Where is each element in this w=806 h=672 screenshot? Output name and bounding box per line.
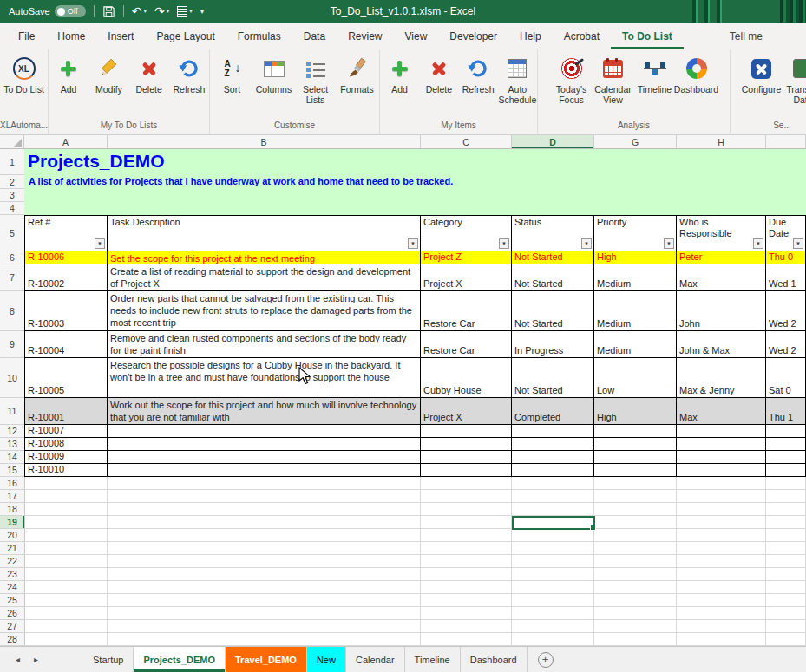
cell-H27[interactable] — [677, 620, 766, 633]
row-header-1[interactable]: 1 — [0, 149, 24, 175]
cell-D12[interactable] — [512, 425, 594, 438]
cell-D9[interactable]: In Progress — [512, 331, 594, 358]
cell-I15[interactable] — [766, 464, 806, 477]
cell-I18[interactable] — [766, 503, 806, 516]
cell-D27[interactable] — [512, 620, 594, 633]
cell-A7[interactable]: R-10002 — [24, 264, 108, 291]
cell-C19[interactable] — [421, 516, 512, 529]
ribbon-button-timeline[interactable]: Timeline — [634, 54, 676, 95]
cell-B6[interactable]: Set the scope for this project at the ne… — [108, 251, 421, 264]
ribbon-button-refresh[interactable]: Refresh — [169, 54, 209, 95]
row-header-14[interactable]: 14 — [0, 451, 24, 464]
cell-G8[interactable]: Medium — [594, 291, 677, 331]
autosave-switch[interactable]: Off — [55, 5, 86, 17]
row-header-11[interactable]: 11 — [0, 398, 24, 425]
column-header-C[interactable]: C — [421, 135, 512, 148]
ribbon-tab-developer[interactable]: Developer — [438, 23, 508, 49]
cell-H23[interactable] — [677, 568, 766, 581]
cell-H6[interactable]: Peter — [677, 251, 766, 264]
row-header-19[interactable]: 19 — [0, 516, 24, 529]
sheet-tab-timeline[interactable]: Timeline — [405, 647, 461, 672]
ribbon-button-modify[interactable]: Modify — [88, 54, 128, 95]
column-header-H[interactable]: H — [677, 135, 766, 148]
cell-D24[interactable] — [512, 581, 594, 594]
cell-C25[interactable] — [421, 594, 512, 607]
cell-A18[interactable] — [24, 503, 108, 516]
ribbon-button-to-do-list[interactable]: To Do List — [2, 54, 47, 95]
cell-A11[interactable]: R-10001 — [24, 398, 108, 425]
cell-B16[interactable] — [108, 477, 421, 490]
cell-C24[interactable] — [421, 581, 512, 594]
row-header-6[interactable]: 6 — [0, 251, 24, 264]
row-header-4[interactable]: 4 — [0, 202, 24, 215]
ribbon-tab-tell-me[interactable]: Tell me — [718, 23, 774, 49]
cell-A15[interactable]: R-10010 — [24, 464, 108, 477]
ribbon-tab-help[interactable]: Help — [508, 23, 553, 49]
cell-A9[interactable]: R-10004 — [24, 331, 108, 358]
cell-G7[interactable]: Medium — [594, 264, 677, 291]
column-header-G[interactable]: G — [594, 135, 677, 148]
cell-I23[interactable] — [766, 568, 806, 581]
cell-H19[interactable] — [677, 516, 766, 529]
filter-button-category[interactable] — [499, 238, 509, 249]
cell-A8[interactable]: R-10003 — [24, 291, 108, 331]
row-header-9[interactable]: 9 — [0, 331, 24, 358]
cell-G22[interactable] — [594, 555, 677, 568]
cell-C22[interactable] — [421, 555, 512, 568]
ribbon-button-today-s-focus[interactable]: Today's Focus — [551, 54, 593, 105]
cell-G10[interactable]: Low — [594, 358, 677, 398]
filter-button-priority[interactable] — [664, 238, 674, 249]
cell-D7[interactable]: Not Started — [512, 264, 594, 291]
cell-H26[interactable] — [677, 607, 766, 620]
cell-A24[interactable] — [24, 581, 108, 594]
row-header-2[interactable]: 2 — [0, 175, 24, 189]
filter-button-task-description[interactable] — [408, 238, 418, 249]
cell-C8[interactable]: Restore Car — [421, 291, 512, 331]
cell-H10[interactable]: Max & Jenny — [677, 358, 766, 398]
row-header-15[interactable]: 15 — [0, 464, 24, 477]
cell-D14[interactable] — [512, 451, 594, 464]
cell-G13[interactable] — [594, 438, 677, 451]
ribbon-button-delete[interactable]: Delete — [129, 54, 169, 95]
customize-qat-button[interactable] — [177, 6, 193, 17]
ribbon-button-configure[interactable]: Configure — [741, 54, 783, 95]
cell-G21[interactable] — [594, 542, 677, 555]
ribbon-tab-page-layout[interactable]: Page Layout — [145, 23, 226, 49]
cell-G18[interactable] — [594, 503, 677, 516]
autosave-toggle[interactable]: AutoSave Off — [9, 5, 86, 17]
new-sheet-button[interactable] — [538, 652, 554, 668]
cell-H18[interactable] — [677, 503, 766, 516]
cell-A26[interactable] — [24, 607, 108, 620]
cell-G23[interactable] — [594, 568, 677, 581]
cell-D8[interactable]: Not Started — [512, 291, 594, 331]
cell-H9[interactable]: John & Max — [677, 331, 766, 358]
cell-D16[interactable] — [512, 477, 594, 490]
cell-B28[interactable] — [108, 633, 421, 646]
cell-C26[interactable] — [421, 607, 512, 620]
cell-I16[interactable] — [766, 477, 806, 490]
cell-C6[interactable]: Project Z — [421, 251, 512, 264]
cell-G19[interactable] — [594, 516, 677, 529]
cell-C16[interactable] — [421, 477, 512, 490]
cell-D13[interactable] — [512, 438, 594, 451]
cell-G26[interactable] — [594, 607, 677, 620]
row-header-27[interactable]: 27 — [0, 620, 24, 633]
row-header-26[interactable]: 26 — [0, 607, 24, 620]
cell-B8[interactable]: Order new parts that cannot be salvaged … — [108, 291, 421, 331]
cell-I27[interactable] — [766, 620, 806, 633]
cell-I26[interactable] — [766, 607, 806, 620]
redo-button[interactable] — [154, 5, 169, 17]
cell-C9[interactable]: Restore Car — [421, 331, 512, 358]
row-header-8[interactable]: 8 — [0, 291, 24, 331]
ribbon-tab-acrobat[interactable]: Acrobat — [553, 23, 611, 49]
sheet-tab-dashboard[interactable]: Dashboard — [461, 647, 528, 672]
cell-D11[interactable]: Completed — [512, 398, 594, 425]
banner-row[interactable] — [24, 202, 806, 215]
row-header-7[interactable]: 7 — [0, 264, 24, 291]
cell-G15[interactable] — [594, 464, 677, 477]
cell-D10[interactable]: Not Started — [512, 358, 594, 398]
cell-C15[interactable] — [421, 464, 512, 477]
cell-I28[interactable] — [766, 633, 806, 646]
cell-A16[interactable] — [24, 477, 108, 490]
row-header-13[interactable]: 13 — [0, 438, 24, 451]
